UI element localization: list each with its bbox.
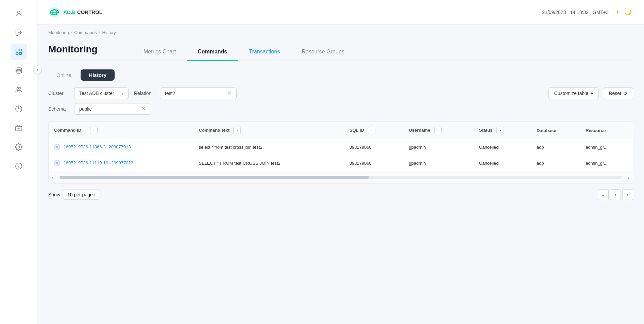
dark-theme-icon[interactable]: 🌙 bbox=[624, 7, 633, 17]
filter-row-2: Schema ✕ bbox=[48, 103, 633, 115]
sidebar-icon-chart-pie[interactable] bbox=[11, 101, 27, 117]
svg-rect-2 bbox=[19, 49, 21, 51]
expand-command-text-icon[interactable]: › bbox=[233, 127, 241, 134]
relation-input[interactable]: ✕ bbox=[160, 87, 237, 99]
expand-sql-id-icon[interactable]: › bbox=[368, 127, 375, 134]
svg-point-0 bbox=[17, 11, 20, 14]
sidebar-icon-users-group[interactable] bbox=[11, 82, 27, 98]
tab-commands[interactable]: Commands bbox=[187, 43, 238, 61]
cluster-label: Cluster bbox=[48, 91, 69, 96]
expand-username-icon[interactable]: › bbox=[434, 127, 442, 134]
commands-table: Command ID ↑ › Command text › SQL ID › bbox=[49, 122, 633, 171]
light-theme-icon[interactable]: ☀ bbox=[613, 7, 622, 17]
tab-transactions[interactable]: Transactions bbox=[238, 43, 291, 61]
cell-resource-2: admin_gr... bbox=[580, 155, 633, 171]
breadcrumb-monitoring[interactable]: Monitoring bbox=[48, 30, 69, 35]
table-header-row: Command ID ↑ › Command text › SQL ID › bbox=[49, 122, 633, 139]
sub-tab-history[interactable]: History bbox=[81, 69, 115, 81]
sidebar-icon-settings[interactable] bbox=[11, 139, 27, 155]
cancel-row-1-icon[interactable]: ✕ bbox=[54, 144, 60, 150]
relation-input-field[interactable] bbox=[165, 91, 224, 96]
logo-text: AD.B CONTROL bbox=[63, 9, 102, 15]
data-table: Command ID ↑ › Command text › SQL ID › bbox=[48, 122, 633, 184]
breadcrumb-commands[interactable]: Commands bbox=[74, 30, 97, 35]
next-page-button[interactable]: › bbox=[622, 189, 633, 200]
sidebar-icon-user[interactable] bbox=[11, 5, 27, 22]
sub-tab-online[interactable]: Online bbox=[48, 69, 79, 81]
breadcrumb-history[interactable]: History bbox=[102, 30, 116, 35]
sidebar-icon-info[interactable] bbox=[11, 158, 27, 174]
reset-button[interactable]: Reset ↺ bbox=[603, 87, 633, 99]
command-id-link-1[interactable]: 1695219736-11866-3--209077013 bbox=[64, 144, 131, 149]
page-title: Monitoring bbox=[48, 44, 116, 60]
header-timezone: GMT+3 bbox=[593, 10, 609, 15]
cell-database-2: adb bbox=[531, 155, 580, 171]
horizontal-scrollbar[interactable]: ‹ › bbox=[49, 171, 633, 183]
cancel-row-2-icon[interactable]: ✕ bbox=[54, 160, 60, 166]
expand-command-id-icon[interactable]: › bbox=[90, 127, 98, 134]
sidebar-icon-monitoring[interactable] bbox=[11, 44, 27, 60]
column-header-sql-id: SQL ID › bbox=[344, 122, 404, 139]
first-page-button[interactable]: « bbox=[598, 189, 609, 200]
reset-label: Reset bbox=[609, 91, 621, 96]
sidebar bbox=[0, 0, 37, 324]
sidebar-icon-logout[interactable] bbox=[11, 25, 27, 41]
expand-status-icon[interactable]: › bbox=[496, 127, 504, 134]
prev-page-button[interactable]: ‹ bbox=[610, 189, 621, 200]
svg-point-6 bbox=[17, 87, 19, 90]
header-time: 14:13:32 bbox=[570, 10, 589, 15]
relation-clear-icon[interactable]: ✕ bbox=[227, 91, 232, 96]
tab-resource-groups[interactable]: Resource Groups bbox=[291, 43, 355, 61]
header-date: 21/09/2023 bbox=[542, 10, 566, 15]
table-row: ✕ 1695219736-11866-3--209077013 select *… bbox=[49, 139, 633, 155]
cell-username-2: gpadmin bbox=[403, 155, 473, 171]
scrollbar-thumb[interactable] bbox=[60, 176, 369, 179]
cell-database-1: adb bbox=[531, 139, 580, 155]
svg-point-5 bbox=[16, 68, 21, 70]
column-header-resource: Resource bbox=[580, 122, 633, 139]
per-page-chevron-icon: › bbox=[94, 192, 96, 197]
show-label: Show bbox=[48, 192, 60, 197]
column-header-database: Database bbox=[531, 122, 580, 139]
logo-icon bbox=[48, 6, 61, 18]
column-header-command-text: Command text › bbox=[193, 122, 344, 139]
per-page-button[interactable]: 10 per page › bbox=[63, 190, 100, 200]
main-content: AD.B CONTROL 21/09/2023 14:13:32 GMT+3 ☀… bbox=[37, 0, 644, 324]
command-id-link-2[interactable]: 1695219736-11119-10--209077013 bbox=[64, 160, 133, 165]
sidebar-icon-database[interactable] bbox=[11, 63, 27, 79]
logo: AD.B CONTROL bbox=[48, 6, 102, 18]
filter-row-1: Cluster Test ADB cluster › Relation ✕ Cu… bbox=[48, 87, 633, 99]
customize-table-button[interactable]: Customize table + bbox=[548, 87, 599, 99]
filter-actions: Customize table + Reset ↺ bbox=[548, 87, 633, 99]
breadcrumb: Monitoring / Commands / History bbox=[48, 30, 633, 35]
schema-input[interactable]: ✕ bbox=[74, 103, 151, 115]
schema-clear-icon[interactable]: ✕ bbox=[141, 106, 146, 112]
schema-input-field[interactable] bbox=[79, 106, 139, 112]
reset-icon: ↺ bbox=[623, 91, 627, 96]
sort-asc-icon[interactable]: ↑ bbox=[84, 128, 86, 133]
cell-sql-id-2: 398279860 bbox=[344, 155, 404, 171]
pagination-row: Show 10 per page › « ‹ › bbox=[48, 184, 633, 200]
theme-toggle[interactable]: ☀ 🌙 bbox=[613, 7, 633, 17]
sidebar-icon-briefcase[interactable] bbox=[11, 120, 27, 136]
app-header: AD.B CONTROL 21/09/2023 14:13:32 GMT+3 ☀… bbox=[37, 0, 644, 25]
relation-label: Relation bbox=[134, 91, 154, 96]
column-header-status: Status › bbox=[474, 122, 531, 139]
customize-table-label: Customize table bbox=[554, 91, 588, 96]
scrollbar-track[interactable] bbox=[60, 176, 622, 179]
svg-rect-4 bbox=[19, 52, 21, 54]
sidebar-collapse-button[interactable]: › bbox=[33, 65, 42, 74]
cluster-select[interactable]: Test ADB cluster › bbox=[74, 87, 129, 99]
breadcrumb-bar: Monitoring / Commands / History bbox=[37, 25, 644, 38]
tab-metrics-chart[interactable]: Metrics Chart bbox=[133, 43, 187, 61]
scroll-left-icon[interactable]: ‹ bbox=[49, 173, 57, 181]
cell-command-id-1: ✕ 1695219736-11866-3--209077013 bbox=[49, 139, 193, 155]
scroll-right-icon[interactable]: › bbox=[625, 173, 633, 181]
cell-status-2: Cancelled bbox=[474, 155, 531, 171]
svg-point-11 bbox=[18, 146, 20, 148]
cell-command-text-2: SELECT * FROM test CROSS JOIN test2; bbox=[193, 155, 344, 171]
cluster-value: Test ADB cluster bbox=[79, 91, 114, 96]
cell-sql-id-1: 398279860 bbox=[344, 139, 404, 155]
cell-command-text-1: select * from test cross join test2; bbox=[193, 139, 344, 155]
column-header-command-id: Command ID ↑ › bbox=[49, 122, 193, 139]
